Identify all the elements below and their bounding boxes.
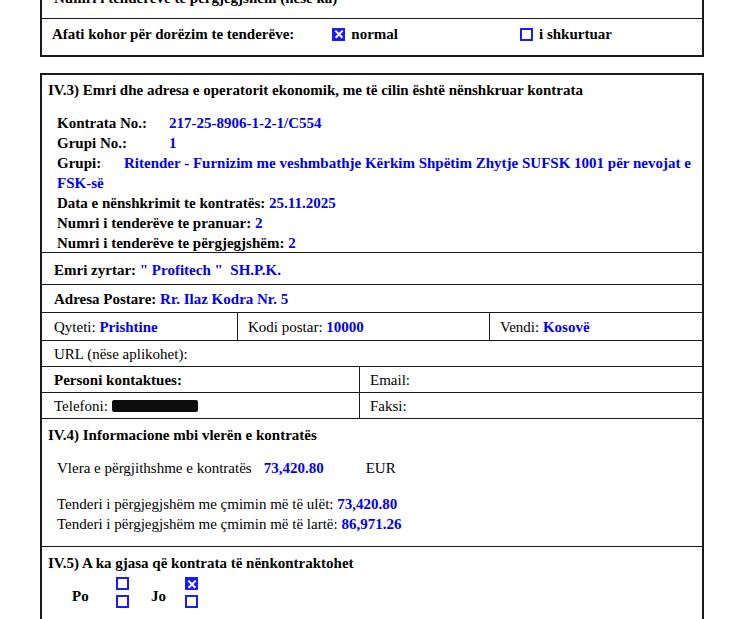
field-responsive-tenders: Numri i tenderëve te përgjegjshëm: 2 (57, 233, 696, 253)
checkbox-jo-top[interactable] (185, 577, 198, 590)
field-label: Numri i tenderëve te përgjegjshëm: (57, 235, 284, 251)
field-value: 217-25-8906-1-2-1/C554 (169, 115, 321, 131)
checkbox-po-bottom[interactable] (116, 595, 129, 608)
field-label: Data e nënshkrimit te kontratës: (57, 195, 265, 211)
postal-address-label: Adresa Postare: (54, 291, 156, 307)
tender-deadline-table: Numri i tenderëve te përgjegjshëm (nëse … (40, 0, 704, 57)
tender-price-lines: Tenderi i përgjegjshëm me çmimin më të u… (48, 494, 696, 534)
contract-fields: Kontrata No.:217-25-8906-1-2-1/C554 Grup… (48, 113, 696, 253)
option-shortened: i shkurtuar (520, 24, 612, 44)
city-cell: Qyteti: Prishtine (42, 313, 238, 340)
fax-cell: Faksi: (360, 393, 702, 418)
option-shortened-label: i shkurtuar (539, 24, 612, 44)
contact-row: Personi kontaktues: Email: (42, 366, 702, 392)
highest-tender-value: 86,971.26 (341, 516, 401, 532)
field-label: Grupi: (57, 153, 124, 173)
fax-label: Faksi: (370, 398, 407, 414)
country-value: Kosovë (543, 319, 590, 335)
field-label: Numri i tenderëve te pranuar: (57, 215, 251, 231)
country-label: Vendi: (500, 319, 539, 335)
deadline-row: Afati kohor për dorëzim te tenderëve: no… (42, 19, 702, 55)
checkbox-jo-bottom[interactable] (185, 595, 198, 608)
highest-tender-line: Tenderi i përgjegjshëm me çmimin më të l… (57, 514, 696, 534)
lowest-tender-label: Tenderi i përgjegjshëm me çmimin më të u… (57, 496, 334, 512)
jo-checkboxes (185, 577, 198, 608)
city-row: Qyteti: Prishtine Kodi postar: 10000 Ven… (42, 312, 702, 340)
url-label: URL (nëse aplikohet): (54, 346, 188, 362)
section-iv3: IV.3) Emri dhe adresa e operatorit ekono… (42, 75, 702, 252)
field-value: Ritender - Furnizim me veshmbathje Kërki… (57, 155, 691, 191)
field-value: 2 (255, 215, 263, 231)
field-label: Grupi No.: (57, 133, 169, 153)
official-name-value: " Profitech " SH.P.K. (140, 262, 281, 278)
currency-label: EUR (366, 460, 396, 476)
postcode-cell: Kodi postar: 10000 (238, 313, 490, 340)
postcode-value: 10000 (326, 319, 364, 335)
field-group-no: Grupi No.:1 (57, 133, 696, 153)
section-iv4: IV.4) Informacione mbi vlerën e kontratë… (42, 418, 702, 546)
field-value: 1 (169, 135, 177, 151)
option-normal: normal (332, 24, 398, 44)
postal-address-row: Adresa Postare: Rr. Ilaz Kodra Nr. 5 (42, 284, 702, 312)
official-name-label: Emri zyrtar: (54, 262, 136, 278)
contract-award-table: IV.3) Emri dhe adresa e operatorit ekono… (40, 73, 704, 619)
country-cell: Vendi: Kosovë (490, 313, 702, 340)
section-iv4-title: IV.4) Informacione mbi vlerën e kontratë… (48, 425, 696, 445)
clipped-top-text: Numri i tenderëve te përgjegjshëm (nëse … (42, 0, 702, 8)
redacted-phone-number (112, 400, 198, 412)
total-value: 73,420.80 (264, 460, 324, 476)
field-value: 2 (288, 235, 296, 251)
checkbox-shortened[interactable] (520, 28, 533, 41)
field-tenders-received: Numri i tenderëve te pranuar: 2 (57, 213, 696, 233)
total-value-label: Vlera e përgjithshme e kontratës (57, 460, 252, 476)
field-label: Kontrata No.: (57, 113, 169, 133)
checkbox-po-top[interactable] (116, 577, 129, 590)
checkbox-normal[interactable] (332, 28, 345, 41)
option-jo-label: Jo (151, 580, 185, 606)
field-value: 25.11.2025 (269, 195, 336, 211)
clipped-top-row: Numri i tenderëve te përgjegjshëm (nëse … (42, 0, 702, 19)
document-page: Numri i tenderëve te përgjegjshëm (nëse … (40, 0, 704, 619)
official-name-row: Emri zyrtar: " Profitech " SH.P.K. (42, 252, 702, 284)
city-value: Prishtine (99, 319, 157, 335)
option-po-label: Po (72, 580, 116, 606)
section-iv5-title: IV.5) A ka gjasa që kontrata të nënkontr… (48, 553, 696, 573)
url-row: URL (nëse aplikohet): (42, 340, 702, 366)
highest-tender-label: Tenderi i përgjegjshëm me çmimin më të l… (57, 516, 338, 532)
section-iv3-title: IV.3) Emri dhe adresa e operatorit ekono… (48, 80, 696, 100)
email-label: Email: (370, 372, 410, 388)
subcontract-options: Po Jo (48, 577, 696, 608)
postal-address-value: Rr. Ilaz Kodra Nr. 5 (160, 291, 288, 307)
phone-row: Telefoni: Faksi: (42, 392, 702, 418)
deadline-label: Afati kohor për dorëzim te tenderëve: (52, 24, 294, 44)
postcode-label: Kodi postar: (248, 319, 323, 335)
field-group: Grupi:Ritender - Furnizim me veshmbathje… (57, 153, 696, 193)
city-label: Qyteti: (54, 319, 96, 335)
lowest-tender-value: 73,420.80 (337, 496, 397, 512)
email-cell: Email: (360, 367, 702, 392)
phone-cell: Telefoni: (42, 393, 360, 418)
po-checkboxes (116, 577, 129, 608)
field-contract-no: Kontrata No.:217-25-8906-1-2-1/C554 (57, 113, 696, 133)
phone-label: Telefoni: (54, 398, 108, 414)
contact-person-cell: Personi kontaktues: (42, 367, 360, 392)
total-value-line: Vlera e përgjithshme e kontratës73,420.8… (48, 458, 696, 478)
section-iv5: IV.5) A ka gjasa që kontrata të nënkontr… (42, 546, 702, 619)
option-normal-label: normal (351, 24, 398, 44)
contact-person-label: Personi kontaktues: (54, 372, 182, 388)
field-signing-date: Data e nënshkrimit te kontratës: 25.11.2… (57, 193, 696, 213)
lowest-tender-line: Tenderi i përgjegjshëm me çmimin më të u… (57, 494, 696, 514)
